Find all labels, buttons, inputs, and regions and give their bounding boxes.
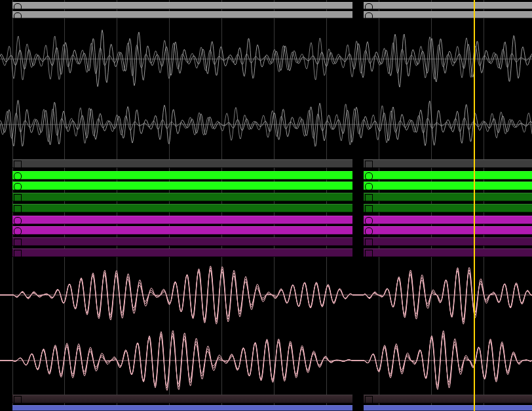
clip-dark-clip-1-0[interactable] bbox=[12, 159, 352, 168]
clip-handle-icon bbox=[365, 250, 373, 258]
clip-handle-icon bbox=[14, 217, 22, 225]
clip-handle-icon bbox=[365, 3, 373, 11]
clip-handle-icon bbox=[365, 396, 373, 404]
waveform-gray-wave-1[interactable] bbox=[0, 26, 532, 92]
clip-lane-purple-clip-3 bbox=[0, 237, 532, 246]
waveform-pink-wave-1[interactable] bbox=[0, 262, 532, 328]
clip-green-clip-4-1[interactable] bbox=[364, 204, 532, 212]
clip-handle-icon bbox=[14, 194, 22, 202]
clip-lane-green-clip-3 bbox=[0, 193, 532, 201]
clip-handle-icon bbox=[365, 12, 373, 20]
clip-pink-clip-1-0[interactable] bbox=[12, 395, 352, 403]
clip-gray-clip-1-0[interactable] bbox=[12, 2, 352, 9]
clip-handle-icon bbox=[14, 396, 22, 404]
clip-handle-icon bbox=[365, 172, 373, 180]
clip-handle-icon bbox=[365, 194, 373, 202]
clip-gray-clip-1-1[interactable] bbox=[364, 2, 532, 9]
waveform-pink-wave-2[interactable] bbox=[0, 328, 532, 393]
clip-lane-green-clip-2 bbox=[0, 182, 532, 190]
clip-pink-clip-1-1[interactable] bbox=[364, 395, 532, 403]
clip-green-clip-1-1[interactable] bbox=[364, 171, 532, 180]
clip-dark-clip-1-1[interactable] bbox=[364, 159, 532, 168]
clip-lane-green-clip-4 bbox=[0, 204, 532, 212]
clip-purple-clip-2-0[interactable] bbox=[12, 226, 352, 235]
clip-green-clip-4-0[interactable] bbox=[12, 204, 352, 212]
clip-handle-icon bbox=[14, 172, 22, 180]
clip-lane-pink-clip-1 bbox=[0, 395, 532, 403]
clip-purple-clip-1-1[interactable] bbox=[364, 216, 532, 224]
clip-handle-icon bbox=[14, 3, 22, 11]
clip-green-clip-2-1[interactable] bbox=[364, 182, 532, 190]
clip-purple-clip-4-0[interactable] bbox=[12, 248, 352, 257]
clip-lane-dark-clip-1 bbox=[0, 159, 532, 168]
clip-green-clip-2-0[interactable] bbox=[12, 182, 352, 190]
waveform-gray-wave-2[interactable] bbox=[0, 92, 532, 157]
clip-lane-purple-clip-4 bbox=[0, 248, 532, 257]
clip-purple-clip-3-0[interactable] bbox=[12, 237, 352, 246]
clip-handle-icon bbox=[14, 161, 22, 168]
clip-handle-icon bbox=[14, 239, 22, 246]
timeline-canvas[interactable] bbox=[0, 0, 532, 411]
clip-lane-blue-clip-1 bbox=[0, 405, 532, 411]
clip-purple-clip-4-1[interactable] bbox=[364, 248, 532, 257]
clip-handle-icon bbox=[365, 183, 373, 191]
clip-lane-gray-clip-1 bbox=[0, 2, 532, 9]
clip-handle-icon bbox=[365, 239, 373, 246]
clip-lane-green-clip-1 bbox=[0, 171, 532, 180]
clip-handle-icon bbox=[365, 205, 373, 213]
clip-blue-clip-1-0[interactable] bbox=[12, 405, 352, 411]
clip-blue-clip-1-1[interactable] bbox=[364, 405, 532, 411]
clip-green-clip-3-0[interactable] bbox=[12, 193, 352, 201]
clip-green-clip-1-0[interactable] bbox=[12, 171, 352, 180]
clip-handle-icon bbox=[14, 227, 22, 235]
clip-handle-icon bbox=[365, 217, 373, 225]
clip-lane-gray-clip-2 bbox=[0, 11, 532, 18]
clip-green-clip-3-1[interactable] bbox=[364, 193, 532, 201]
clip-lane-purple-clip-1 bbox=[0, 216, 532, 224]
clip-handle-icon bbox=[365, 161, 373, 168]
clip-handle-icon bbox=[14, 250, 22, 258]
clip-purple-clip-2-1[interactable] bbox=[364, 226, 532, 235]
clip-gray-clip-2-1[interactable] bbox=[364, 11, 532, 18]
clip-purple-clip-1-0[interactable] bbox=[12, 216, 352, 224]
clip-lane-purple-clip-2 bbox=[0, 226, 532, 235]
clip-handle-icon bbox=[14, 12, 22, 20]
clip-gray-clip-2-0[interactable] bbox=[12, 11, 352, 18]
clip-handle-icon bbox=[14, 205, 22, 213]
clip-handle-icon bbox=[14, 183, 22, 191]
clip-handle-icon bbox=[365, 227, 373, 235]
clip-purple-clip-3-1[interactable] bbox=[364, 237, 532, 246]
